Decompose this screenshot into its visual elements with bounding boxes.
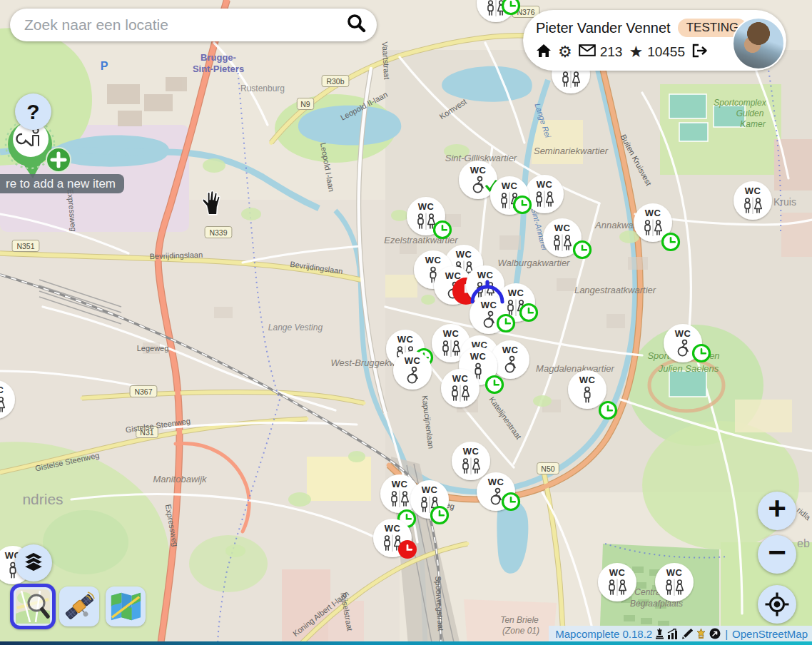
marker-wc-label: WC (463, 446, 479, 457)
marker-wc-label: WC (745, 186, 761, 196)
hand-cursor-icon (200, 188, 221, 215)
marker-wc-label: WC (609, 567, 626, 578)
map-label: Gulden (736, 108, 764, 118)
marker-wc-label: WC (443, 328, 460, 339)
base-map[interactable]: N376R30bN9N339N351N367N31N50 Brugge-Sint… (0, 0, 812, 645)
road-shield: R30b (322, 76, 349, 87)
toilet-marker[interactable]: WC (734, 181, 772, 220)
svg-text:R30b: R30b (326, 77, 344, 86)
plus-glyph: + (768, 491, 786, 527)
opening-hours-badge-open (498, 315, 514, 332)
zoom-out-button[interactable]: − (758, 535, 796, 574)
compass-icon[interactable] (709, 628, 721, 639)
marker-wc-label: WC (405, 355, 421, 366)
user-avatar[interactable] (732, 17, 785, 70)
marker-wc-label: WC (645, 208, 661, 218)
marker-wc-label: WC (675, 328, 691, 339)
settings-gear-icon[interactable]: ⚙ (558, 43, 572, 61)
map-label: Rustenburg (240, 83, 285, 93)
logout-icon[interactable] (691, 44, 709, 61)
marker-wc-label: WC (579, 375, 596, 385)
road-shield: N351 (12, 240, 39, 252)
marker-wc-label: WC (470, 351, 487, 362)
map-label: Sportcomplex (714, 98, 766, 108)
community-icon[interactable] (696, 628, 706, 639)
statistics-icon[interactable] (667, 629, 679, 639)
svg-text:N339: N339 (209, 228, 227, 237)
bottom-accent-bar (0, 641, 812, 645)
opening-hours-badge-open (435, 222, 451, 238)
changeset-count: 10455 (647, 44, 685, 60)
toilet-marker[interactable]: WC (655, 563, 694, 601)
background-option-satellite[interactable] (59, 586, 99, 626)
layers-icon (21, 551, 46, 575)
background-layer-chooser (13, 586, 146, 626)
marker-wc-label: WC (488, 477, 504, 487)
statue-icon[interactable] (655, 628, 664, 639)
openstreetmap-link[interactable]: OpenStreetMap (732, 628, 808, 640)
layers-button[interactable] (15, 544, 52, 581)
geolocate-button[interactable] (758, 585, 796, 624)
road-shield: N50 (537, 463, 559, 474)
location-search-bar[interactable] (10, 9, 377, 41)
star-icon: ★ (629, 44, 643, 60)
marker-wc-label: WC (445, 270, 462, 281)
attribution-bar: Mapcomplete 0.18.2 | OpenStreetMap (549, 626, 812, 641)
home-icon[interactable] (536, 44, 552, 61)
opening-hours-badge-open (521, 305, 537, 321)
marker-wc-label: WC (418, 201, 435, 212)
map-label: ndries (22, 491, 63, 507)
opening-hours-badge-closed (398, 540, 417, 559)
toilet-marker[interactable]: WC (393, 351, 432, 390)
background-option-world-map[interactable] (106, 586, 146, 626)
toilet-marker[interactable]: WC (452, 442, 490, 480)
search-input[interactable] (10, 16, 345, 34)
message-count[interactable]: 213 (600, 44, 623, 60)
help-question-mark: ? (26, 100, 39, 124)
toilet-marker[interactable]: WC (491, 340, 529, 379)
opening-hours-badge-open (663, 234, 679, 250)
map-label: Magdalenakwartier (536, 363, 615, 374)
opening-hours-badge-open (514, 197, 531, 213)
add-item-tooltip: re to add a new item (0, 174, 124, 193)
toilet-marker[interactable]: WC (598, 563, 636, 601)
minus-glyph: − (768, 534, 786, 570)
map-label: Lange Vesting (268, 322, 323, 332)
satellite-icon (63, 590, 96, 623)
marker-wc-label: WC (537, 179, 553, 190)
toilet-marker[interactable]: WC (441, 369, 479, 407)
opening-hours-badge-open (503, 0, 519, 14)
marker-wc-label: WC (666, 567, 683, 578)
map-label: (Zone 01) (502, 626, 539, 636)
map-label: Seminariekwartier (534, 146, 609, 156)
marker-wc-label: WC (508, 288, 524, 298)
background-option-map[interactable] (10, 584, 56, 629)
marker-wc-label: WC (481, 300, 497, 310)
search-icon[interactable] (345, 13, 367, 37)
map-label: Julien Saelens (658, 363, 719, 374)
opening-hours-badge-open (600, 402, 616, 419)
user-panel: Pieter Vander Vennet TESTING ⚙ 213 ★ 104… (523, 10, 786, 71)
marker-wc-label: WC (502, 345, 519, 355)
map-label: Kamer (740, 119, 766, 129)
tooltip-text: re to add a new item (6, 177, 116, 191)
help-button[interactable]: ? (15, 93, 51, 130)
osm-map-icon (16, 589, 50, 624)
opening-hours-badge-open (503, 494, 519, 510)
attribution-separator: | (725, 628, 728, 640)
user-name: Pieter Vander Vennet (536, 20, 671, 36)
road-shield: N9 (297, 98, 313, 110)
world-map-icon (109, 590, 142, 623)
map-label: Ten Briele (500, 615, 539, 625)
marker-wc-label: WC (392, 479, 408, 489)
opening-hours-badge-open (432, 507, 448, 524)
pencil-icon[interactable] (681, 628, 693, 639)
zoom-in-button[interactable]: + (758, 492, 796, 530)
mapcomplete-version-link[interactable]: Mapcomplete 0.18.2 (555, 628, 652, 640)
messages-icon[interactable] (579, 44, 596, 60)
marker-wc-label: WC (397, 334, 414, 345)
map-label: Legeweg (137, 344, 169, 352)
svg-text:N367: N367 (134, 387, 152, 396)
map-label: eb (797, 537, 810, 549)
marker-wc-label: WC (554, 223, 571, 233)
